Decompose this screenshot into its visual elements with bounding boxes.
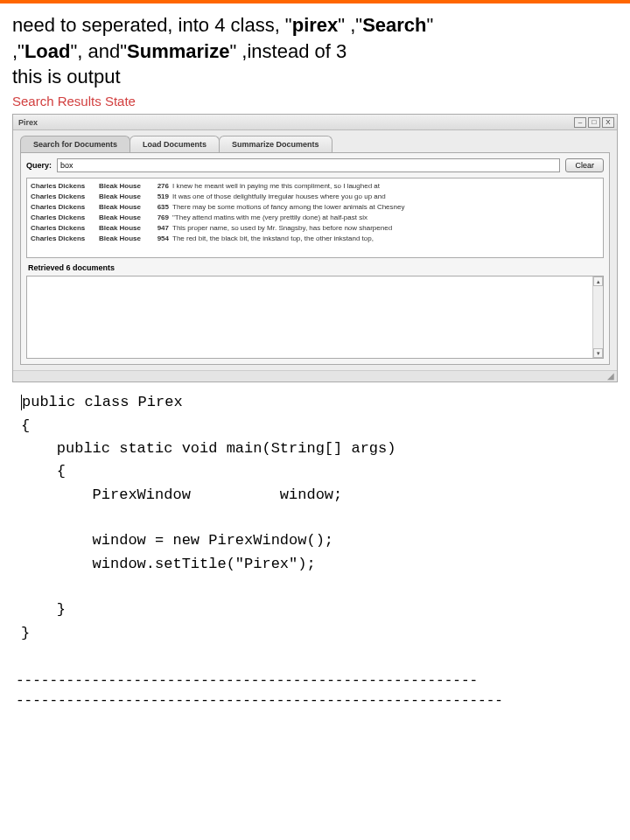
code-block: public class Pirex { public static void … (0, 382, 630, 645)
output-label: this is output (12, 66, 618, 88)
tabs-row: Search for Documents Load Documents Summ… (13, 130, 617, 152)
result-author: Charles Dickens (31, 202, 99, 213)
dash-line: ----------------------------------------… (16, 671, 618, 690)
result-title: Bleak House (99, 181, 151, 192)
result-row[interactable]: Charles Dickens Bleak House 276 I knew h… (31, 181, 599, 192)
bold-pirex: pirex (292, 14, 339, 36)
code-line: } (21, 625, 30, 641)
scroll-up-icon[interactable]: ▴ (593, 276, 603, 286)
pirex-window: Pirex – □ X Search for Documents Load Do… (12, 114, 618, 382)
result-author: Charles Dickens (31, 213, 99, 223)
result-snippet: "They attend matins with me (very pretti… (172, 213, 599, 223)
maximize-button[interactable]: □ (588, 117, 600, 128)
result-row[interactable]: Charles Dickens Bleak House 947 This pro… (31, 223, 599, 234)
text: " ,instead of 3 (229, 40, 346, 62)
result-row[interactable]: Charles Dickens Bleak House 519 It was o… (31, 192, 599, 202)
result-snippet: This proper name, so used by Mr. Snagsby… (172, 223, 599, 234)
text: " (427, 14, 434, 36)
query-input[interactable] (57, 158, 560, 172)
result-num: 276 (151, 181, 172, 192)
text: " ," (338, 14, 362, 36)
result-row[interactable]: Charles Dickens Bleak House 954 The red … (31, 234, 599, 244)
question-line-1: need to seperated, into 4 class, "pirex"… (12, 12, 618, 38)
dash-line: ----------------------------------------… (16, 691, 618, 710)
results-list[interactable]: Charles Dickens Bleak House 276 I knew h… (26, 178, 604, 258)
code-line: public class Pirex (22, 394, 183, 410)
code-line: public static void main(String[] args) (21, 440, 396, 457)
result-author: Charles Dickens (31, 223, 99, 234)
separator-dashes: ----------------------------------------… (0, 645, 630, 710)
result-snippet: The red bit, the black bit, the inkstand… (172, 234, 599, 244)
query-label: Query: (26, 161, 52, 170)
question-area: need to seperated, into 4 class, "pirex"… (0, 4, 630, 114)
search-panel: Query: Clear Charles Dickens Bleak House… (20, 152, 610, 365)
retrieved-count: Retrieved 6 documents (28, 263, 604, 272)
code-line: } (21, 601, 66, 618)
bold-load: Load (24, 40, 71, 62)
result-num: 769 (151, 213, 172, 223)
result-title: Bleak House (99, 192, 151, 202)
titlebar: Pirex – □ X (13, 115, 617, 130)
resize-grip-icon[interactable]: ◢ (13, 370, 617, 382)
scroll-down-icon[interactable]: ▾ (593, 348, 603, 358)
result-author: Charles Dickens (31, 234, 99, 244)
text: ", and" (70, 40, 127, 62)
result-num: 519 (151, 192, 172, 202)
result-snippet: There may be some motions of fancy among… (172, 202, 599, 213)
result-author: Charles Dickens (31, 181, 99, 192)
window-title: Pirex (16, 118, 38, 127)
tab-search[interactable]: Search for Documents (20, 136, 130, 152)
result-num: 954 (151, 234, 172, 244)
result-num: 635 (151, 202, 172, 213)
question-line-2: ,"Load", and"Summarize" ,instead of 3 (12, 38, 618, 65)
query-row: Query: Clear (26, 158, 604, 172)
bold-summarize: Summarize (127, 40, 229, 62)
result-row[interactable]: Charles Dickens Bleak House 635 There ma… (31, 202, 599, 213)
tab-summarize[interactable]: Summarize Documents (219, 136, 332, 152)
tab-load[interactable]: Load Documents (130, 136, 220, 152)
result-snippet: I knew he meant well in paying me this c… (172, 181, 599, 192)
code-line: window.setTitle("Pirex"); (21, 556, 316, 572)
result-row[interactable]: Charles Dickens Bleak House 769 "They at… (31, 213, 599, 223)
code-line: PirexWindow window; (21, 486, 342, 503)
minimize-button[interactable]: – (574, 117, 586, 128)
state-heading: Search Results State (12, 94, 618, 108)
close-button[interactable]: X (602, 117, 614, 128)
result-title: Bleak House (99, 234, 151, 244)
result-title: Bleak House (99, 213, 151, 223)
result-num: 947 (151, 223, 172, 234)
code-line: { (21, 417, 30, 434)
result-author: Charles Dickens (31, 192, 99, 202)
code-line: { (21, 463, 66, 480)
code-line: window = new PirexWindow(); (21, 532, 333, 549)
text: ," (12, 40, 24, 62)
text: need to seperated, into 4 class, " (12, 14, 292, 36)
result-title: Bleak House (99, 223, 151, 234)
detail-text-area[interactable]: ▴ ▾ (26, 276, 604, 359)
result-title: Bleak House (99, 202, 151, 213)
scrollbar[interactable]: ▴ ▾ (592, 276, 603, 358)
clear-button[interactable]: Clear (565, 158, 604, 172)
result-snippet: It was one of those delightfully irregul… (172, 192, 599, 202)
window-controls: – □ X (574, 117, 614, 128)
bold-search: Search (362, 14, 426, 36)
